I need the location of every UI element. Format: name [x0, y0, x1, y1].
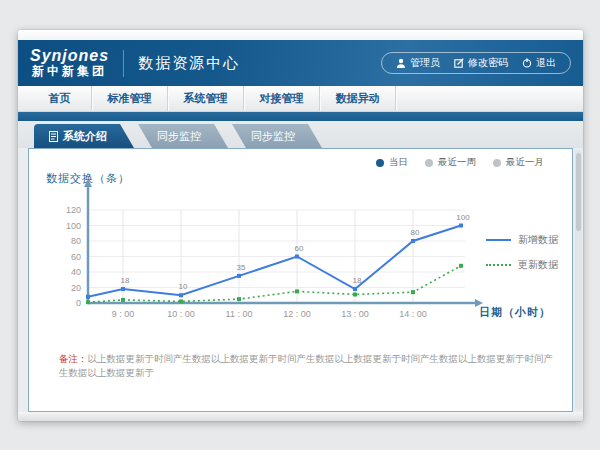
svg-text:100: 100 [66, 221, 81, 231]
tab-bar: 系统介绍 同步监控 同步监控 [18, 121, 583, 148]
legend-line-swatch [486, 239, 511, 241]
note-text: 以上数据更新于时间产生数据以上数据更新于时间产生数据以上数据更新于时间产生数据以… [59, 353, 553, 378]
chart-legend: 新增数据 更新数据 [486, 233, 558, 272]
svg-text:80: 80 [411, 228, 420, 237]
tab-label: 系统介绍 [63, 129, 107, 144]
note-label: 备注： [59, 353, 88, 364]
page-title: 数据资源中心 [123, 50, 240, 77]
app-header: Synjones 新中新集团 数据资源中心 管理员 修改密码 退出 [18, 40, 583, 86]
app-window: Synjones 新中新集团 数据资源中心 管理员 修改密码 退出 首页 标准管… [18, 30, 583, 421]
logout-label: 退出 [536, 56, 556, 70]
content-area: 当日 最近一周 最近一月 数据交换（条） 0204060801001209 : … [18, 148, 583, 412]
footer-note: 备注：以上数据更新于时间产生数据以上数据更新于时间产生数据以上数据更新于时间产生… [59, 352, 558, 381]
tab-label: 同步监控 [157, 129, 201, 144]
nav-item-system-mgmt[interactable]: 系统管理 [168, 86, 244, 111]
power-icon [522, 58, 532, 68]
svg-text:80: 80 [71, 236, 81, 246]
svg-text:10: 10 [179, 282, 188, 291]
svg-text:12 : 00: 12 : 00 [283, 309, 311, 319]
logout-button[interactable]: 退出 [522, 56, 556, 70]
tab-system-intro[interactable]: 系统介绍 [34, 124, 134, 148]
change-password-label: 修改密码 [468, 56, 508, 70]
svg-text:40: 40 [71, 267, 81, 277]
legend-item-updated-data: 更新数据 [486, 258, 558, 272]
accent-strip [18, 112, 583, 121]
svg-text:100: 100 [456, 213, 470, 222]
svg-text:18: 18 [121, 276, 130, 285]
main-nav: 首页 标准管理 系统管理 对接管理 数据异动 [18, 86, 583, 112]
svg-text:9 : 00: 9 : 00 [112, 309, 135, 319]
scrollbar-thumb[interactable] [576, 153, 581, 231]
svg-text:13 : 00: 13 : 00 [341, 309, 369, 319]
admin-label: 管理员 [410, 56, 440, 70]
legend-label: 新增数据 [518, 233, 558, 247]
tab-sync-monitor-2[interactable]: 同步监控 [218, 124, 322, 148]
window-bottom-strip [18, 412, 583, 421]
x-axis-title: 日期（小时） [479, 305, 551, 320]
svg-text:14 : 00: 14 : 00 [399, 309, 427, 319]
nav-item-interface-mgmt[interactable]: 对接管理 [244, 86, 320, 111]
svg-text:60: 60 [71, 252, 81, 262]
nav-item-home[interactable]: 首页 [28, 86, 92, 111]
company-logo: Synjones 新中新集团 [30, 48, 109, 77]
tab-sync-monitor-1[interactable]: 同步监控 [124, 124, 228, 148]
svg-text:20: 20 [71, 283, 81, 293]
user-icon [396, 58, 406, 68]
admin-user-button[interactable]: 管理员 [396, 56, 440, 70]
user-menu: 管理员 修改密码 退出 [381, 52, 571, 74]
scrollbar[interactable] [575, 150, 582, 410]
chart-panel: 当日 最近一周 最近一月 数据交换（条） 0204060801001209 : … [28, 148, 573, 412]
logo-text-en: Synjones [30, 48, 109, 65]
nav-item-standard-mgmt[interactable]: 标准管理 [92, 86, 168, 111]
legend-line-swatch [486, 264, 511, 266]
change-password-button[interactable]: 修改密码 [454, 56, 508, 70]
svg-text:11 : 00: 11 : 00 [226, 309, 253, 319]
window-top-strip [18, 30, 583, 40]
legend-label: 更新数据 [518, 258, 558, 272]
tab-label: 同步监控 [251, 129, 295, 144]
legend-item-new-data: 新增数据 [486, 233, 558, 247]
edit-icon [454, 58, 464, 68]
svg-text:10 : 00: 10 : 00 [167, 309, 195, 319]
svg-text:18: 18 [353, 276, 362, 285]
svg-text:0: 0 [76, 298, 81, 308]
document-icon [49, 131, 58, 142]
svg-text:60: 60 [295, 244, 304, 253]
svg-text:120: 120 [66, 205, 81, 215]
svg-text:35: 35 [237, 263, 246, 272]
logo-text-cn: 新中新集团 [30, 65, 109, 78]
nav-item-data-change[interactable]: 数据异动 [320, 86, 396, 111]
